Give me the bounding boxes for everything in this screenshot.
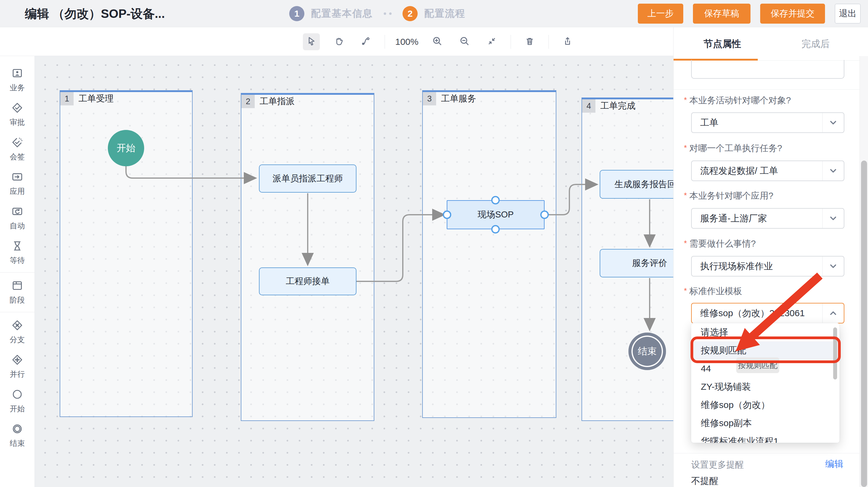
toolbar-divider <box>510 35 511 49</box>
header: 编辑 （勿改）SOP-设备... 1 配置基本信息 2 配置流程 上一步 保存草… <box>0 0 868 27</box>
step-separator-dots <box>384 12 392 15</box>
zoom-out-icon <box>459 36 470 48</box>
approve-diamond-icon <box>11 101 24 115</box>
step-1-label: 配置基本信息 <box>311 7 373 20</box>
zoom-in-button[interactable] <box>429 33 446 50</box>
connector-tool-button[interactable] <box>358 33 374 50</box>
no-reminder-value: 不提醒 <box>691 475 718 487</box>
palette-item-countersign[interactable]: 会签 <box>0 132 34 166</box>
step-indicator: 1 配置基本信息 2 配置流程 <box>289 0 465 27</box>
palette-item-approve[interactable]: 审批 <box>0 97 34 132</box>
end-node[interactable]: 结束 <box>628 333 666 370</box>
chevron-down-icon <box>823 166 844 176</box>
dropdown-option[interactable]: 请选择 <box>691 323 840 341</box>
exit-button[interactable]: 退出 <box>835 4 861 24</box>
reminder-label: 设置更多提醒 <box>691 459 744 471</box>
field-label-action: *需要做什么事情? <box>684 238 756 250</box>
node-service-report[interactable]: 生成服务报告回执 <box>600 170 673 199</box>
end-circle-icon <box>11 423 24 436</box>
palette-item-label: 阶段 <box>10 295 25 305</box>
panel-divider <box>674 453 861 453</box>
select-app[interactable]: 服务通-上游厂家 <box>691 208 844 229</box>
required-asterisk: * <box>684 143 687 152</box>
palette-item-label: 分支 <box>10 335 25 345</box>
node-palette-sidebar: 业务 审批 会签 应用 自动 等待 阶段 分支 <box>0 56 35 487</box>
palette-item-wait[interactable]: 等待 <box>0 235 34 270</box>
zoom-out-button[interactable] <box>456 33 473 50</box>
hourglass-icon <box>11 240 24 253</box>
chevron-down-icon <box>823 213 844 223</box>
dropdown-option[interactable]: 维修sop（勿改） <box>691 396 840 414</box>
node-service-evaluate[interactable]: 服务评价 <box>600 249 673 277</box>
panel-tabs: 节点属性 完成后 <box>674 27 868 61</box>
select-action[interactable]: 执行现场标准作业 <box>691 256 844 276</box>
delete-button[interactable] <box>521 33 538 50</box>
palette-item-branch[interactable]: 分支 <box>0 315 34 349</box>
palette-item-business[interactable]: 业务 <box>0 63 34 97</box>
palette-item-stage[interactable]: 阶段 <box>0 275 34 309</box>
panel-divider <box>674 89 861 90</box>
export-button[interactable] <box>559 33 576 50</box>
branch-diamond-icon <box>11 319 24 333</box>
node-assign-engineer[interactable]: 派单员指派工程师 <box>259 164 356 193</box>
sop-template-dropdown: 请选择 按规则匹配 44 ZY-现场铺装 维修sop（勿改） 维修sop副本 华… <box>691 323 840 443</box>
field-label-sop-template: *标准作业模板 <box>684 285 742 297</box>
palette-item-label: 业务 <box>10 83 25 93</box>
chevron-down-icon <box>823 118 844 128</box>
field-label-object: *本业务活动针对哪个对象? <box>684 94 791 106</box>
pointer-icon <box>306 36 316 48</box>
field-label-which-ticket: *对哪一个工单执行任务? <box>684 142 782 154</box>
step-2-circle: 2 <box>403 6 417 21</box>
save-submit-button[interactable]: 保存并提交 <box>760 4 825 24</box>
select-sop-template-value: 维修sop（勿改）2023061 <box>692 307 822 319</box>
pointer-tool-button[interactable] <box>303 33 320 50</box>
step-2-label: 配置流程 <box>424 7 465 20</box>
window-scrollbar-thumb[interactable] <box>861 160 867 487</box>
dropdown-scrollbar-thumb[interactable] <box>833 327 837 379</box>
palette-item-label: 结束 <box>10 438 25 448</box>
palette-item-label: 审批 <box>10 117 25 127</box>
canvas-toolbar: 100% <box>0 27 673 56</box>
sop-handle-left[interactable] <box>443 211 451 219</box>
scrolled-input-partial[interactable] <box>691 60 844 79</box>
palette-item-parallel[interactable]: 并行 <box>0 349 34 384</box>
select-which-ticket[interactable]: 流程发起数据/ 工单 <box>691 160 844 181</box>
pan-tool-button[interactable] <box>330 33 347 50</box>
start-node[interactable]: 开始 <box>108 130 144 166</box>
palette-item-label: 并行 <box>10 369 25 379</box>
dropdown-option[interactable]: ZY-现场铺装 <box>691 378 840 396</box>
palette-item-end[interactable]: 结束 <box>0 418 34 453</box>
edit-reminder-link[interactable]: 编辑 <box>825 458 843 470</box>
properties-panel: 节点属性 完成后 *本业务活动针对哪个对象? 工单 *对哪一个工单执行任务? 流… <box>673 27 868 487</box>
trash-icon <box>525 36 535 48</box>
node-engineer-accept[interactable]: 工程师接单 <box>259 267 356 295</box>
tab-after-complete[interactable]: 完成后 <box>774 27 858 61</box>
required-asterisk: * <box>684 191 687 200</box>
select-sop-template[interactable]: 维修sop（勿改）2023061 <box>691 303 844 324</box>
flow-canvas[interactable]: 1 工单受理 2 工单指派 3 工单服务 4 工单完成 <box>35 56 673 487</box>
save-draft-button[interactable]: 保存草稿 <box>693 4 750 24</box>
zoom-level: 100% <box>395 37 418 47</box>
fit-screen-icon <box>487 36 497 48</box>
palette-item-label: 等待 <box>10 255 25 265</box>
palette-item-app[interactable]: 应用 <box>0 166 34 201</box>
toolbar-divider <box>549 35 549 49</box>
start-circle-icon <box>11 388 24 402</box>
sop-handle-right[interactable] <box>540 211 549 219</box>
connector-icon <box>361 36 371 48</box>
tab-node-properties[interactable]: 节点属性 <box>680 27 765 61</box>
dropdown-option-match-by-rule[interactable]: 按规则匹配 <box>691 341 840 360</box>
window-scrollbar-track[interactable] <box>860 56 868 487</box>
select-app-value: 服务通-上游厂家 <box>692 212 822 225</box>
sop-handle-bottom[interactable] <box>491 225 500 234</box>
prev-step-button[interactable]: 上一步 <box>638 4 683 24</box>
dropdown-option[interactable]: 华曙标准作业流程1 <box>691 432 840 443</box>
select-object[interactable]: 工单 <box>691 112 844 133</box>
select-action-value: 执行现场标准作业 <box>692 260 822 273</box>
select-object-value: 工单 <box>692 117 822 129</box>
sop-handle-top[interactable] <box>491 196 500 205</box>
palette-item-start[interactable]: 开始 <box>0 384 34 418</box>
fit-screen-button[interactable] <box>484 33 500 50</box>
palette-item-auto[interactable]: 自动 <box>0 201 34 235</box>
dropdown-option[interactable]: 维修sop副本 <box>691 414 840 432</box>
